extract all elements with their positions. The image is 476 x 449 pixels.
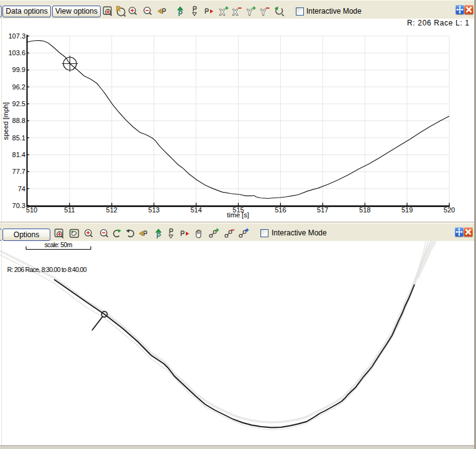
- svg-text:R: 206 Race, 8:30.00 to 8:40.: R: 206 Race, 8:30.00 to 8:40.00: [7, 266, 87, 273]
- svg-text:85.1: 85.1: [12, 134, 25, 142]
- svg-text:X: X: [233, 7, 238, 16]
- svg-text:514: 514: [190, 206, 201, 214]
- svg-text:81.4: 81.4: [12, 151, 25, 158]
- svg-text:103.6: 103.6: [8, 49, 25, 57]
- svg-text:96.2: 96.2: [12, 83, 25, 91]
- svg-text:518: 518: [359, 206, 370, 214]
- svg-text:517: 517: [317, 206, 328, 214]
- svg-text:speed [mph]: speed [mph]: [2, 102, 9, 140]
- svg-text:88.8: 88.8: [12, 117, 25, 124]
- svg-text:Y: Y: [247, 7, 252, 16]
- svg-text:R: R: [116, 6, 121, 12]
- svg-text:77.7: 77.7: [12, 168, 25, 175]
- svg-text:510: 510: [26, 206, 37, 214]
- svg-text:107.3: 107.3: [8, 32, 25, 40]
- svg-text:74: 74: [18, 185, 25, 193]
- svg-text:513: 513: [149, 206, 160, 214]
- svg-text:scale: 50m: scale: 50m: [45, 241, 73, 248]
- svg-text:512: 512: [106, 206, 117, 214]
- svg-text:92.5: 92.5: [12, 100, 25, 107]
- svg-text:R: 206 Race L: 1: R: 206 Race L: 1: [407, 19, 469, 27]
- svg-text:516: 516: [275, 206, 286, 214]
- svg-text:520: 520: [444, 206, 455, 214]
- svg-text:X: X: [219, 7, 224, 16]
- svg-text:519: 519: [401, 206, 413, 214]
- svg-text:Y: Y: [261, 7, 266, 16]
- svg-text:511: 511: [64, 206, 75, 214]
- svg-text:time [s]: time [s]: [227, 211, 249, 219]
- svg-text:99.9: 99.9: [12, 66, 25, 73]
- svg-text:70.3: 70.3: [12, 202, 25, 209]
